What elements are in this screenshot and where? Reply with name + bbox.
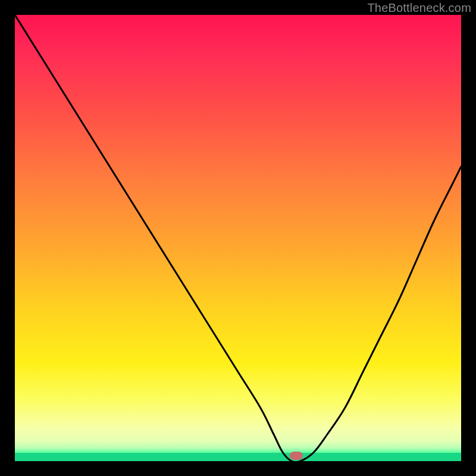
chart-frame: TheBottleneck.com — [0, 0, 476, 476]
minimum-marker — [290, 452, 303, 460]
watermark-text: TheBottleneck.com — [367, 1, 471, 15]
plot-area — [15, 15, 461, 461]
bottleneck-curve-svg — [15, 15, 461, 461]
bottleneck-curve-path — [15, 15, 461, 461]
